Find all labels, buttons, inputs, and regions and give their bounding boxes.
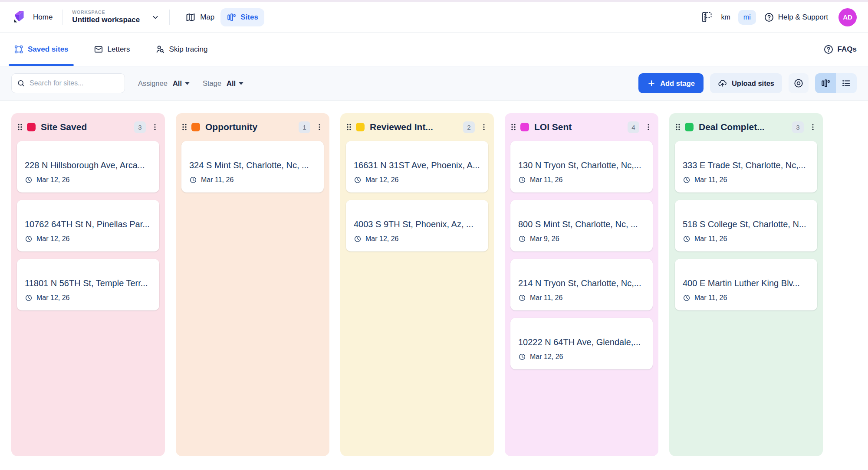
nav-sites[interactable]: Sites	[220, 8, 264, 26]
assignee-label: Assignee	[138, 79, 168, 88]
assignee-dropdown[interactable]: All	[173, 79, 190, 88]
letters-icon	[94, 45, 103, 54]
site-date-row: Mar 12, 26	[25, 235, 151, 243]
stage-count-badge: 2	[463, 121, 475, 133]
app-logo	[11, 9, 28, 26]
stage-menu-icon	[151, 123, 159, 131]
site-address: 518 S College St, Charlotte, N...	[683, 219, 809, 229]
drag-handle-icon[interactable]	[509, 122, 518, 132]
site-card[interactable]: 214 N Tryon St, Charlotte, Nc,... Mar 11…	[510, 259, 653, 310]
kanban-view-icon	[821, 78, 830, 88]
stage-menu-icon	[644, 123, 652, 131]
drag-handle-icon[interactable]	[674, 122, 682, 132]
add-stage-button[interactable]: Add stage	[638, 73, 704, 93]
toolbar-right: Add stage Upload sites	[638, 73, 857, 93]
stage-dropdown[interactable]: All	[227, 79, 243, 88]
site-card[interactable]: 11801 N 56TH St, Temple Terr... Mar 12, …	[17, 259, 159, 310]
card-list: 130 N Tryon St, Charlotte, Nc,... Mar 11…	[505, 141, 658, 369]
clock-icon	[25, 176, 33, 184]
workspace-block: WORKSPACE Untitled workspace	[72, 10, 140, 24]
site-date: Mar 12, 26	[36, 294, 69, 302]
site-address: 800 S Mint St, Charlotte, Nc, ...	[518, 219, 645, 229]
workspace-name: Untitled workspace	[72, 15, 140, 24]
nav-map[interactable]: Map	[179, 8, 220, 27]
site-date-row: Mar 11, 26	[683, 176, 809, 184]
site-card[interactable]: 228 N Hillsborough Ave, Arca... Mar 12, …	[17, 141, 159, 193]
site-address: 16631 N 31ST Ave, Phoenix, A...	[354, 160, 480, 170]
saved-sites-icon	[14, 45, 23, 54]
clock-icon	[518, 294, 526, 302]
stage-count-badge: 1	[299, 121, 310, 133]
unit-km-button[interactable]: km	[721, 13, 730, 21]
help-support-button[interactable]: Help & Support	[764, 12, 828, 23]
site-address: 10762 64TH St N, Pinellas Par...	[25, 219, 151, 229]
drag-handle-icon[interactable]	[16, 122, 24, 132]
stage-column-header: Deal Complet... 3	[669, 113, 823, 141]
site-card[interactable]: 400 E Martin Luther King Blv... Mar 11, …	[675, 259, 817, 310]
stage-menu-icon	[809, 123, 817, 131]
faqs-button[interactable]: FAQs	[823, 33, 857, 66]
card-list: 228 N Hillsborough Ave, Arca... Mar 12, …	[11, 141, 165, 310]
stage-filter: Stage All	[203, 79, 243, 88]
search-input[interactable]	[30, 79, 119, 87]
site-card[interactable]: 10222 N 64TH Ave, Glendale,... Mar 12, 2…	[510, 318, 653, 369]
stage-title: LOI Sent	[534, 122, 628, 132]
visibility-button[interactable]	[789, 73, 809, 93]
site-date: Mar 12, 26	[365, 235, 398, 243]
site-card[interactable]: 10762 64TH St N, Pinellas Par... Mar 12,…	[17, 200, 159, 251]
tab-saved-sites-label: Saved sites	[28, 45, 69, 54]
unit-mi-button[interactable]: mi	[738, 10, 756, 25]
kanban-view-button[interactable]	[815, 73, 836, 93]
drag-handle-icon[interactable]	[345, 122, 353, 132]
drag-handle-icon[interactable]	[180, 122, 189, 132]
clock-icon	[25, 294, 33, 302]
site-date-row: Mar 12, 26	[518, 353, 645, 361]
site-card[interactable]: 130 N Tryon St, Charlotte, Nc,... Mar 11…	[510, 141, 653, 193]
stage-title: Opportunity	[205, 122, 299, 132]
user-avatar[interactable]: AD	[838, 8, 857, 26]
skip-tracing-icon	[155, 45, 165, 54]
site-date: Mar 11, 26	[201, 176, 233, 184]
site-card[interactable]: 16631 N 31ST Ave, Phoenix, A... Mar 12, …	[346, 141, 488, 193]
site-card[interactable]: 333 E Trade St, Charlotte, Nc,... Mar 11…	[675, 141, 817, 193]
stage-menu-button[interactable]	[315, 122, 324, 132]
ruler-icon	[700, 11, 713, 23]
stage-label: Stage	[203, 79, 221, 88]
clock-icon	[25, 235, 33, 243]
site-card[interactable]: 4003 S 9TH St, Phoenix, Az, ... Mar 12, …	[346, 200, 488, 251]
upload-sites-button[interactable]: Upload sites	[710, 73, 782, 93]
site-card[interactable]: 518 S College St, Charlotte, N... Mar 11…	[675, 200, 817, 251]
site-card[interactable]: 324 S Mint St, Charlotte, Nc, ... Mar 11…	[181, 141, 324, 193]
stage-menu-icon	[316, 123, 323, 131]
site-date: Mar 9, 26	[530, 235, 559, 243]
stage-menu-button[interactable]	[644, 122, 653, 132]
stage-count-badge: 3	[134, 121, 146, 133]
home-button[interactable]: Home	[11, 9, 53, 26]
site-date: Mar 12, 26	[36, 176, 69, 184]
stage-menu-button[interactable]	[150, 122, 160, 132]
caret-down-icon	[185, 82, 190, 85]
site-address: 333 E Trade St, Charlotte, Nc,...	[683, 160, 809, 170]
clock-icon	[683, 294, 690, 302]
stage-menu-button[interactable]	[808, 122, 818, 132]
caret-down-icon	[239, 82, 243, 85]
stage-column-header: Reviewed Int... 2	[340, 113, 494, 141]
site-address: 10222 N 64TH Ave, Glendale,...	[518, 337, 645, 347]
site-address: 214 N Tryon St, Charlotte, Nc,...	[518, 278, 645, 288]
workspace-switcher-button[interactable]	[151, 13, 160, 22]
site-date: Mar 11, 26	[694, 235, 727, 243]
list-view-button[interactable]	[836, 73, 857, 93]
stage-menu-button[interactable]	[479, 122, 489, 132]
stage-color-swatch	[27, 123, 36, 131]
home-label: Home	[33, 13, 53, 22]
faqs-label: FAQs	[838, 45, 857, 54]
plus-icon	[647, 79, 656, 88]
tab-letters[interactable]: Letters	[91, 33, 133, 66]
tab-saved-sites[interactable]: Saved sites	[11, 33, 71, 66]
header-right: km mi Help & Support AD	[700, 8, 857, 26]
toolbar: Assignee All Stage All Add stage Upload …	[0, 66, 868, 101]
tab-skip-tracing[interactable]: Skip tracing	[153, 33, 210, 66]
site-date-row: Mar 12, 26	[25, 176, 151, 184]
site-card[interactable]: 800 S Mint St, Charlotte, Nc, ... Mar 9,…	[510, 200, 653, 251]
assignee-value: All	[173, 79, 182, 88]
